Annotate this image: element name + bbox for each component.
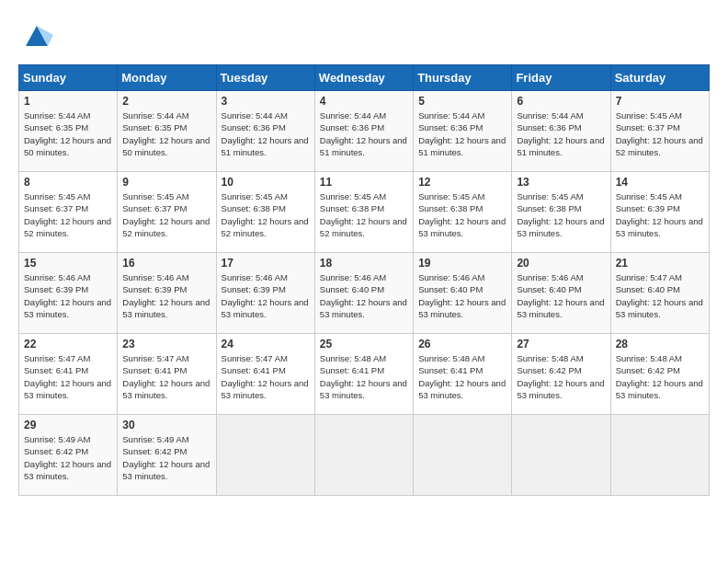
day-number: 18 bbox=[320, 257, 408, 270]
day-number: 12 bbox=[418, 176, 506, 189]
day-info: Sunrise: 5:49 AMSunset: 6:42 PMDaylight:… bbox=[122, 433, 210, 482]
day-info: Sunrise: 5:45 AMSunset: 6:37 PMDaylight:… bbox=[24, 190, 112, 239]
calendar-cell: 22 Sunrise: 5:47 AMSunset: 6:41 PMDaylig… bbox=[19, 334, 118, 415]
calendar-week-row: 29 Sunrise: 5:49 AMSunset: 6:42 PMDaylig… bbox=[19, 415, 710, 496]
calendar-cell: 5 Sunrise: 5:44 AMSunset: 6:36 PMDayligh… bbox=[414, 91, 512, 172]
calendar-cell: 6 Sunrise: 5:44 AMSunset: 6:36 PMDayligh… bbox=[512, 91, 610, 172]
calendar-cell: 4 Sunrise: 5:44 AMSunset: 6:36 PMDayligh… bbox=[314, 91, 413, 172]
day-number: 17 bbox=[222, 257, 310, 270]
logo bbox=[18, 18, 61, 55]
calendar-week-row: 22 Sunrise: 5:47 AMSunset: 6:41 PMDaylig… bbox=[19, 334, 710, 415]
calendar-cell: 20 Sunrise: 5:46 AMSunset: 6:40 PMDaylig… bbox=[512, 253, 610, 334]
day-number: 15 bbox=[24, 257, 112, 270]
calendar-cell: 7 Sunrise: 5:45 AMSunset: 6:37 PMDayligh… bbox=[610, 91, 709, 172]
calendar-cell: 18 Sunrise: 5:46 AMSunset: 6:40 PMDaylig… bbox=[314, 253, 413, 334]
day-info: Sunrise: 5:46 AMSunset: 6:40 PMDaylight:… bbox=[418, 271, 506, 320]
calendar-cell: 30 Sunrise: 5:49 AMSunset: 6:42 PMDaylig… bbox=[118, 415, 216, 496]
calendar-cell: 25 Sunrise: 5:48 AMSunset: 6:41 PMDaylig… bbox=[314, 334, 413, 415]
calendar-cell bbox=[414, 415, 512, 496]
calendar-cell: 2 Sunrise: 5:44 AMSunset: 6:35 PMDayligh… bbox=[118, 91, 216, 172]
calendar-cell: 3 Sunrise: 5:44 AMSunset: 6:36 PMDayligh… bbox=[216, 91, 314, 172]
day-number: 28 bbox=[616, 338, 704, 350]
calendar-cell: 11 Sunrise: 5:45 AMSunset: 6:38 PMDaylig… bbox=[314, 172, 413, 253]
day-number: 11 bbox=[320, 176, 408, 189]
calendar-week-row: 1 Sunrise: 5:44 AMSunset: 6:35 PMDayligh… bbox=[19, 91, 710, 172]
calendar-cell: 21 Sunrise: 5:47 AMSunset: 6:40 PMDaylig… bbox=[610, 253, 709, 334]
calendar-header-row: SundayMondayTuesdayWednesdayThursdayFrid… bbox=[19, 65, 710, 91]
day-header-thursday: Thursday bbox=[414, 65, 512, 91]
day-header-friday: Friday bbox=[512, 65, 610, 91]
day-info: Sunrise: 5:47 AMSunset: 6:40 PMDaylight:… bbox=[616, 271, 704, 320]
day-info: Sunrise: 5:48 AMSunset: 6:41 PMDaylight:… bbox=[320, 352, 408, 401]
day-number: 8 bbox=[24, 176, 112, 189]
day-number: 26 bbox=[418, 338, 506, 350]
day-info: Sunrise: 5:44 AMSunset: 6:36 PMDaylight:… bbox=[320, 109, 408, 158]
calendar-cell: 27 Sunrise: 5:48 AMSunset: 6:42 PMDaylig… bbox=[512, 334, 610, 415]
day-info: Sunrise: 5:46 AMSunset: 6:39 PMDaylight:… bbox=[24, 271, 112, 320]
day-header-wednesday: Wednesday bbox=[314, 65, 413, 91]
calendar-cell: 1 Sunrise: 5:44 AMSunset: 6:35 PMDayligh… bbox=[19, 91, 118, 172]
day-info: Sunrise: 5:45 AMSunset: 6:38 PMDaylight:… bbox=[517, 190, 605, 239]
day-info: Sunrise: 5:44 AMSunset: 6:35 PMDaylight:… bbox=[122, 109, 210, 158]
day-info: Sunrise: 5:49 AMSunset: 6:42 PMDaylight:… bbox=[24, 433, 112, 482]
calendar-cell: 16 Sunrise: 5:46 AMSunset: 6:39 PMDaylig… bbox=[118, 253, 216, 334]
day-number: 27 bbox=[517, 338, 605, 350]
day-number: 7 bbox=[616, 95, 704, 108]
day-info: Sunrise: 5:45 AMSunset: 6:37 PMDaylight:… bbox=[616, 109, 704, 158]
day-number: 16 bbox=[122, 257, 210, 270]
day-info: Sunrise: 5:48 AMSunset: 6:41 PMDaylight:… bbox=[418, 352, 506, 401]
day-info: Sunrise: 5:46 AMSunset: 6:40 PMDaylight:… bbox=[320, 271, 408, 320]
day-info: Sunrise: 5:48 AMSunset: 6:42 PMDaylight:… bbox=[517, 352, 605, 401]
day-header-tuesday: Tuesday bbox=[216, 65, 314, 91]
calendar-cell: 15 Sunrise: 5:46 AMSunset: 6:39 PMDaylig… bbox=[19, 253, 118, 334]
calendar-table: SundayMondayTuesdayWednesdayThursdayFrid… bbox=[18, 64, 710, 496]
calendar-cell: 10 Sunrise: 5:45 AMSunset: 6:38 PMDaylig… bbox=[216, 172, 314, 253]
day-number: 29 bbox=[24, 419, 112, 431]
day-number: 6 bbox=[517, 95, 605, 108]
calendar-cell: 14 Sunrise: 5:45 AMSunset: 6:39 PMDaylig… bbox=[610, 172, 709, 253]
day-header-monday: Monday bbox=[118, 65, 216, 91]
page: SundayMondayTuesdayWednesdayThursdayFrid… bbox=[0, 0, 728, 563]
day-info: Sunrise: 5:44 AMSunset: 6:36 PMDaylight:… bbox=[517, 109, 605, 158]
calendar-cell: 12 Sunrise: 5:45 AMSunset: 6:38 PMDaylig… bbox=[414, 172, 512, 253]
calendar-cell: 29 Sunrise: 5:49 AMSunset: 6:42 PMDaylig… bbox=[19, 415, 118, 496]
calendar-cell: 19 Sunrise: 5:46 AMSunset: 6:40 PMDaylig… bbox=[414, 253, 512, 334]
day-number: 3 bbox=[222, 95, 310, 108]
day-info: Sunrise: 5:45 AMSunset: 6:38 PMDaylight:… bbox=[222, 190, 310, 239]
day-info: Sunrise: 5:46 AMSunset: 6:40 PMDaylight:… bbox=[517, 271, 605, 320]
day-header-saturday: Saturday bbox=[610, 65, 709, 91]
day-number: 13 bbox=[517, 176, 605, 189]
day-number: 20 bbox=[517, 257, 605, 270]
day-header-sunday: Sunday bbox=[19, 65, 118, 91]
day-number: 24 bbox=[222, 338, 310, 350]
day-number: 5 bbox=[418, 95, 506, 108]
calendar-cell: 23 Sunrise: 5:47 AMSunset: 6:41 PMDaylig… bbox=[118, 334, 216, 415]
calendar-cell bbox=[216, 415, 314, 496]
day-number: 25 bbox=[320, 338, 408, 350]
day-info: Sunrise: 5:47 AMSunset: 6:41 PMDaylight:… bbox=[122, 352, 210, 401]
day-info: Sunrise: 5:47 AMSunset: 6:41 PMDaylight:… bbox=[24, 352, 112, 401]
day-info: Sunrise: 5:45 AMSunset: 6:38 PMDaylight:… bbox=[418, 190, 506, 239]
calendar-cell bbox=[512, 415, 610, 496]
day-info: Sunrise: 5:46 AMSunset: 6:39 PMDaylight:… bbox=[222, 271, 310, 320]
calendar-cell: 26 Sunrise: 5:48 AMSunset: 6:41 PMDaylig… bbox=[414, 334, 512, 415]
calendar-cell: 9 Sunrise: 5:45 AMSunset: 6:37 PMDayligh… bbox=[118, 172, 216, 253]
day-number: 9 bbox=[122, 176, 210, 189]
logo-icon bbox=[18, 18, 55, 55]
day-info: Sunrise: 5:48 AMSunset: 6:42 PMDaylight:… bbox=[616, 352, 704, 401]
day-number: 14 bbox=[616, 176, 704, 189]
day-info: Sunrise: 5:45 AMSunset: 6:37 PMDaylight:… bbox=[122, 190, 210, 239]
day-info: Sunrise: 5:44 AMSunset: 6:36 PMDaylight:… bbox=[418, 109, 506, 158]
day-number: 21 bbox=[616, 257, 704, 270]
day-number: 1 bbox=[24, 95, 112, 108]
calendar-cell bbox=[314, 415, 413, 496]
day-info: Sunrise: 5:46 AMSunset: 6:39 PMDaylight:… bbox=[122, 271, 210, 320]
header bbox=[18, 18, 710, 55]
calendar-cell bbox=[610, 415, 709, 496]
calendar-cell: 17 Sunrise: 5:46 AMSunset: 6:39 PMDaylig… bbox=[216, 253, 314, 334]
calendar-cell: 24 Sunrise: 5:47 AMSunset: 6:41 PMDaylig… bbox=[216, 334, 314, 415]
day-info: Sunrise: 5:44 AMSunset: 6:36 PMDaylight:… bbox=[222, 109, 310, 158]
day-number: 22 bbox=[24, 338, 112, 350]
day-info: Sunrise: 5:45 AMSunset: 6:39 PMDaylight:… bbox=[616, 190, 704, 239]
day-info: Sunrise: 5:45 AMSunset: 6:38 PMDaylight:… bbox=[320, 190, 408, 239]
